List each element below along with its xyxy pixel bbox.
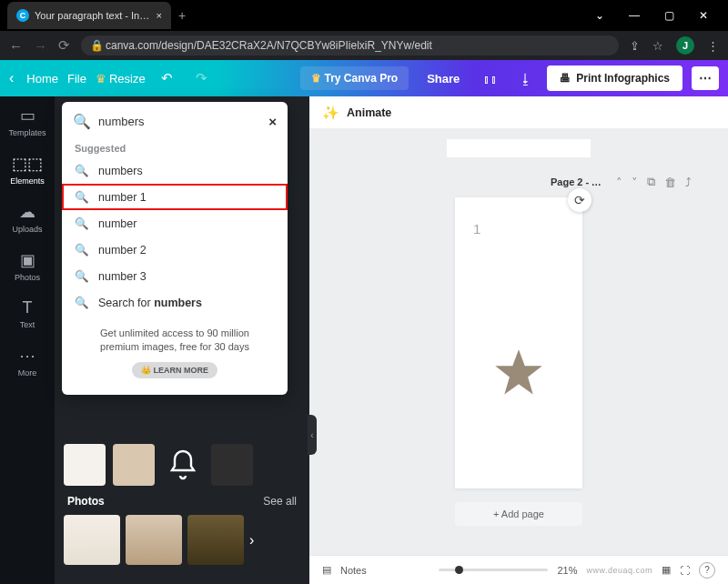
home-link[interactable]: Home bbox=[26, 72, 58, 86]
canva-favicon: C bbox=[16, 9, 29, 22]
star-shape[interactable] bbox=[493, 347, 544, 398]
crown-icon: ♛ bbox=[96, 72, 106, 86]
page-down-icon[interactable]: ˅ bbox=[632, 176, 638, 189]
see-all-link[interactable]: See all bbox=[263, 495, 297, 508]
crown-icon: ♛ bbox=[311, 72, 321, 85]
promo-text: Get unlimited access to 90 million premi… bbox=[62, 316, 288, 382]
canvas-area: ✨ Animate Page 2 - A… ˄ ˅ ⧉ 🗑 ⤴ ⟳ 1 + Ad… bbox=[309, 96, 728, 584]
suggestion-item[interactable]: 🔍number 1 bbox=[62, 184, 288, 210]
animate-icon: ✨ bbox=[322, 105, 339, 121]
photo-thumb[interactable] bbox=[64, 515, 120, 565]
share-button[interactable]: Share bbox=[418, 66, 469, 91]
svg-marker-0 bbox=[495, 349, 542, 394]
photo-thumb[interactable] bbox=[187, 515, 244, 565]
more-menu-button[interactable]: ⋯ bbox=[692, 66, 719, 90]
redo-icon[interactable]: ↷ bbox=[189, 70, 215, 86]
search-for-item[interactable]: 🔍Search for numbers bbox=[62, 289, 288, 316]
undo-icon[interactable]: ↶ bbox=[155, 70, 180, 86]
browser-tab[interactable]: C Your paragraph text - Infographi × bbox=[7, 2, 171, 29]
url-text: canva.com/design/DAE32CRaX2A/N7QCBYw8iPI… bbox=[106, 39, 432, 52]
notes-icon: ▤ bbox=[322, 564, 331, 576]
rail-more[interactable]: ⋯More bbox=[18, 346, 37, 378]
reload-icon[interactable]: ⟳ bbox=[58, 37, 70, 54]
resize-button[interactable]: ♛Resize bbox=[96, 72, 146, 86]
search-icon: 🔍 bbox=[75, 164, 89, 177]
try-pro-button[interactable]: ♛Try Canva Pro bbox=[300, 66, 409, 90]
insights-icon[interactable]: ⫾⫾ bbox=[478, 71, 503, 86]
close-icon[interactable]: ✕ bbox=[690, 9, 717, 22]
animate-button[interactable]: Animate bbox=[347, 106, 391, 119]
chevron-down-icon[interactable]: ⌄ bbox=[586, 9, 613, 22]
search-icon: 🔍 bbox=[73, 113, 91, 130]
rail-uploads[interactable]: ☁Uploads bbox=[12, 202, 42, 234]
elements-panel: Photos See all › 🔍 × Suggested 🔍numbers … bbox=[55, 96, 309, 584]
delete-page-icon[interactable]: 🗑 bbox=[664, 176, 676, 189]
rail-elements[interactable]: ⬚⬚Elements bbox=[10, 154, 45, 186]
browser-titlebar: C Your paragraph text - Infographi × + ⌄… bbox=[0, 0, 728, 31]
suggestion-item[interactable]: 🔍numbers bbox=[62, 157, 288, 184]
canvas-toolbar: ✨ Animate bbox=[309, 96, 728, 129]
photos-header: Photos See all bbox=[67, 495, 297, 508]
share-page-icon[interactable]: ⇪ bbox=[630, 39, 640, 53]
panel-collapse-handle[interactable]: ‹ bbox=[308, 415, 317, 455]
watermark-text: www.deuaq.com bbox=[586, 566, 652, 575]
back-icon[interactable]: ← bbox=[9, 38, 23, 54]
search-dropdown: 🔍 × Suggested 🔍numbers 🔍number 1 🔍number… bbox=[62, 102, 288, 395]
thumb-item[interactable] bbox=[113, 444, 155, 486]
search-icon: 🔍 bbox=[75, 243, 89, 257]
photos-row: › bbox=[64, 515, 300, 565]
fullscreen-icon[interactable]: ⛶ bbox=[680, 565, 690, 576]
rail-photos[interactable]: ▣Photos bbox=[15, 250, 40, 282]
topbar-back-icon[interactable]: ‹ bbox=[9, 70, 14, 86]
more-icon: ⋯ bbox=[19, 346, 35, 366]
thumb-bell[interactable] bbox=[162, 444, 204, 486]
clear-search-icon[interactable]: × bbox=[268, 114, 277, 129]
help-icon[interactable]: ? bbox=[699, 562, 715, 579]
minimize-icon[interactable]: ― bbox=[621, 9, 648, 22]
notes-button[interactable]: Notes bbox=[340, 565, 367, 576]
thumb-item[interactable] bbox=[211, 444, 253, 486]
canva-topbar: ‹ Home File ♛Resize ↶ ↷ ♛Try Canva Pro S… bbox=[0, 60, 728, 96]
search-icon: 🔍 bbox=[75, 190, 89, 204]
photo-thumb[interactable] bbox=[126, 515, 182, 565]
printer-icon: 🖶 bbox=[560, 72, 571, 85]
search-icon: 🔍 bbox=[75, 216, 89, 230]
close-tab-icon[interactable]: × bbox=[157, 10, 162, 21]
url-box[interactable]: 🔒 canva.com/design/DAE32CRaX2A/N7QCBYw8i… bbox=[81, 35, 619, 55]
uploads-icon: ☁ bbox=[19, 202, 35, 222]
print-button[interactable]: 🖶Print Infographics bbox=[547, 65, 682, 91]
grid-view-icon[interactable]: ▦ bbox=[662, 564, 671, 576]
share-page-icon[interactable]: ⤴ bbox=[685, 176, 692, 189]
thumb-item[interactable] bbox=[64, 444, 106, 486]
elements-icon: ⬚⬚ bbox=[12, 154, 43, 174]
file-menu[interactable]: File bbox=[67, 72, 86, 86]
learn-more-button[interactable]: LEARN MORE bbox=[132, 362, 217, 379]
browser-addressbar: ← → ⟳ 🔒 canva.com/design/DAE32CRaX2A/N7Q… bbox=[0, 31, 728, 60]
suggestion-item[interactable]: 🔍number bbox=[62, 210, 288, 237]
rail-templates[interactable]: ▭Templates bbox=[8, 106, 46, 137]
suggestion-item[interactable]: 🔍number 2 bbox=[62, 237, 288, 263]
forward-icon[interactable]: → bbox=[34, 38, 47, 54]
search-input[interactable] bbox=[98, 115, 261, 128]
photos-icon: ▣ bbox=[20, 250, 35, 270]
new-tab-button[interactable]: + bbox=[178, 8, 186, 23]
refresh-icon[interactable]: ⟳ bbox=[568, 188, 592, 212]
profile-avatar[interactable]: J bbox=[676, 36, 694, 55]
recent-thumbs bbox=[64, 444, 300, 486]
rail-text[interactable]: TText bbox=[20, 298, 35, 329]
add-page-button[interactable]: + Add page bbox=[455, 502, 582, 526]
page-up-icon[interactable]: ˄ bbox=[616, 176, 622, 189]
tab-title: Your paragraph text - Infographi bbox=[35, 10, 151, 21]
canvas-main[interactable]: Page 2 - A… ˄ ˅ ⧉ 🗑 ⤴ ⟳ 1 + Add page bbox=[309, 129, 728, 555]
star-icon[interactable]: ☆ bbox=[652, 39, 663, 53]
page-label[interactable]: Page 2 - A… bbox=[551, 176, 607, 187]
duplicate-page-icon[interactable]: ⧉ bbox=[647, 175, 655, 189]
photos-next-icon[interactable]: › bbox=[249, 532, 254, 549]
maximize-icon[interactable]: ▢ bbox=[655, 9, 682, 22]
zoom-value[interactable]: 21% bbox=[557, 565, 577, 576]
kebab-icon[interactable]: ⋮ bbox=[707, 39, 719, 53]
design-page[interactable]: ⟳ 1 bbox=[455, 197, 582, 488]
download-icon[interactable]: ⭳ bbox=[512, 71, 538, 86]
suggestion-item[interactable]: 🔍number 3 bbox=[62, 263, 288, 289]
zoom-slider[interactable] bbox=[439, 569, 548, 571]
